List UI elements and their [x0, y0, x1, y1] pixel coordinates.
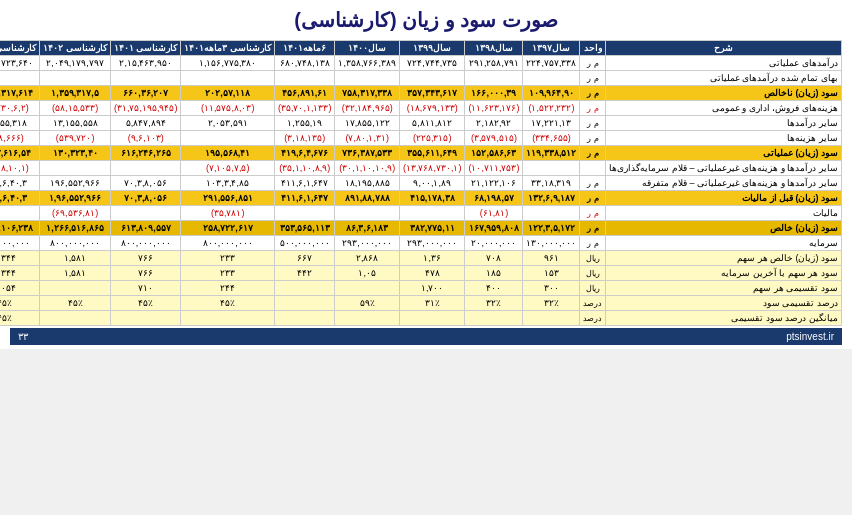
row-value: (۳,۵۷۹,۵۱۵) — [465, 131, 523, 146]
row-value: (۳۳۴,۶۵۵) — [523, 131, 580, 146]
row-unit: م ر — [580, 206, 606, 221]
row-value: (۸۹,۷۳۰,۶,۲) — [0, 101, 40, 116]
row-value: ۲۰۲,۵۷,۱۱۸ — [181, 86, 275, 101]
row-value: ۸۹۱,۸۸,۷۸۸ — [335, 191, 400, 206]
row-unit: درصد — [580, 311, 606, 326]
table-row: سایر هزینه‌هام ر(۳۳۴,۶۵۵)(۳,۵۷۹,۵۱۵)(۲۲۵… — [0, 131, 842, 146]
financial-table: شرح واحد سال۱۳۹۷ سال۱۳۹۸ سال۱۳۹۹ سال۱۴۰۰… — [0, 40, 842, 326]
row-value: ۴۵٪ — [0, 296, 40, 311]
row-value: ۱,۱۵۶,۷۷۵,۳۸۰ — [181, 56, 275, 71]
row-label: سایر درآمدها — [606, 116, 842, 131]
row-value: ۱۰۳,۳,۴,۸۵ — [181, 176, 275, 191]
table-row: هزینه‌های فروش، اداری و عمومیم ر(۱,۵۲۲,۲… — [0, 101, 842, 116]
row-value: ۷۰,۳,۸,۰۵۶ — [110, 191, 181, 206]
table-row: سود (زیان) خالصم ر۱۲۲,۳,۵,۱۷۲۱۶۷,۹۵۹,۸۰۸… — [0, 221, 842, 236]
row-value — [274, 71, 335, 86]
col-header-6m1401: ۶ماهه۱۴۰۱ — [274, 41, 335, 56]
table-row: سرمایهم ر۱۳۰,۰۰۰,۰۰۰۲۰,۰۰۰,۰۰۰۲۹۳,۰۰۰,۰۰… — [0, 236, 842, 251]
row-value: (۳۰,۱,۱۰,۱۰,۹) — [335, 161, 400, 176]
row-value: ۱۱۹,۳۳۸,۵۱۲ — [523, 146, 580, 161]
row-unit: درصد — [580, 296, 606, 311]
row-value: ۱,۳۶ — [399, 251, 465, 266]
row-unit: ریال — [580, 251, 606, 266]
row-unit: م ر — [580, 176, 606, 191]
row-value: (۱۸,۶۷۹,۱۳۳) — [399, 101, 465, 116]
row-value: ۱۳,۱۵۵,۵۵۸ — [40, 116, 111, 131]
row-value — [335, 206, 400, 221]
row-value: ۱۸,۰۵۵,۳۱۸ — [0, 116, 40, 131]
table-row: سود (زیان) عملیاتیم ر۱۱۹,۳۳۸,۵۱۲۱۵۲,۵۸۶,… — [0, 146, 842, 161]
row-value: ۲,۱۸۲,۹۲ — [465, 116, 523, 131]
row-value — [399, 206, 465, 221]
row-value — [0, 71, 40, 86]
row-value: ۲,۱۵۳,۷۲۳,۶۴۰ — [0, 56, 40, 71]
row-value — [274, 296, 335, 311]
row-value: ۱۶۶,۰۰۰,۳۹ — [465, 86, 523, 101]
row-value — [110, 206, 181, 221]
row-value — [0, 206, 40, 221]
row-value: ۸۶,۳,۶,۱۸۳ — [335, 221, 400, 236]
row-label: هزینه‌های فروش، اداری و عمومی — [606, 101, 842, 116]
row-unit: م ر — [580, 116, 606, 131]
row-value: (۹,۶,۱۰۳) — [110, 131, 181, 146]
row-value: ۲۱,۱۲۲,۱۰۶ — [465, 176, 523, 191]
row-value — [399, 71, 465, 86]
row-label: سود هر سهم با آخرین سرمایه — [606, 266, 842, 281]
footer-left: ptsinvest.ir — [786, 331, 834, 342]
row-value: ۱,۹۶۹,۳۱۷,۶۱۴ — [0, 86, 40, 101]
table-row: سایر درآمدهام ر۱۷,۲۲۱,۱۳۲,۱۸۲,۹۲۵,۸۱۱,۸۱… — [0, 116, 842, 131]
row-value — [274, 311, 335, 326]
footer-right: ۳۳ — [18, 331, 28, 342]
row-value: ۴۱۱,۶,۱,۶۴۷ — [274, 176, 335, 191]
col-header-1401k: کارشناسی ۱۴۰۱ — [110, 41, 181, 56]
row-unit: م ر — [580, 236, 606, 251]
row-value: (۳۵,۷۰,۱,۱۳۳) — [274, 101, 335, 116]
row-value: (۳۵,۷۸۱) — [181, 206, 275, 221]
row-value: (۱۱,۶۲۳,۱۷۶) — [465, 101, 523, 116]
row-value — [335, 71, 400, 86]
row-value: ۲,۳۰,۶,۴۰,۳ — [0, 191, 40, 206]
row-value: (۲۲۵,۳۱۵) — [399, 131, 465, 146]
row-value: ۱,۳۵۹,۳۱۷,۵ — [40, 86, 111, 101]
row-value — [40, 71, 111, 86]
row-value: (۵۳۹,۷۲۰) — [40, 131, 111, 146]
row-value: ۳۵۷,۳۴۳,۶۱۷ — [399, 86, 465, 101]
table-row: سود (زیان) قبل از مالیاتم ر۱۳۲,۶,۹,۱۸۷۶۸… — [0, 191, 842, 206]
col-header-1403k: کارشناسی ۱۴۰۳ — [0, 41, 40, 56]
row-label: سود (زیان) ناخالص — [606, 86, 842, 101]
row-value: ۱,۲۶۶,۵۱۶,۸۶۵ — [40, 221, 111, 236]
row-value: (۷,۱۰۵,۷,۵) — [181, 161, 275, 176]
row-value: ۱۲۲,۳,۵,۱۷۲ — [523, 221, 580, 236]
row-value — [274, 206, 335, 221]
table-row: سود (زیان) خالص هر سهمریال۹۶۱۷۰۸۱,۳۶۲,۸۶… — [0, 251, 842, 266]
row-label: مالیات — [606, 206, 842, 221]
row-value: ۷۲۴,۷۴۴,۷۳۵ — [399, 56, 465, 71]
col-header-3m1401k: کارشناسی ۳ماهه۱۴۰۱ — [181, 41, 275, 56]
row-value: ۲۵۸,۷۲۲,۶۱۷ — [181, 221, 275, 236]
row-value: ۷۶۶ — [110, 251, 181, 266]
row-unit: م ر — [580, 191, 606, 206]
row-value: (۶۱,۸۱) — [465, 206, 523, 221]
row-value — [40, 311, 111, 326]
row-value: ۱,۵۸۱ — [40, 251, 111, 266]
row-value: ۲,۰۵۳,۵۹۱ — [181, 116, 275, 131]
col-header-1398: سال۱۳۹۸ — [465, 41, 523, 56]
main-container: صورت سود و زیان (کارشناسی) شرح واحد سال۱… — [0, 0, 852, 349]
row-value — [465, 71, 523, 86]
row-value: ۱۰۹,۹۶۴,۹۰ — [523, 86, 580, 101]
row-value — [110, 161, 181, 176]
row-value: ۷۵۸,۳۱۷,۳۳۸ — [335, 86, 400, 101]
row-value: ۹,۰۰,۱,۸۹ — [399, 176, 465, 191]
table-row: بهای تمام شده درآمدهای عملیاتیم ر — [0, 71, 842, 86]
row-value: ۱۵۳ — [523, 266, 580, 281]
row-value: ۱۷,۲۲۱,۱۳ — [523, 116, 580, 131]
table-row: مالیاتم ر(۶۱,۸۱)(۳۵,۷۸۱)(۶۹,۵۳۶,۸۱) — [0, 206, 842, 221]
row-value: ۲,۳۴۴ — [0, 251, 40, 266]
table-row: درآمدهای عملیاتیم ر۲۲۴,۷۵۷,۳۳۸۲۹۱,۲۵۸,۷۹… — [0, 56, 842, 71]
row-value: ۳۵۳,۵۶۵,۱۱۳ — [274, 221, 335, 236]
row-label: سود (زیان) عملیاتی — [606, 146, 842, 161]
table-row: سود هر سهم با آخرین سرمایهریال۱۵۳۱۸۵۴۷۸۱… — [0, 266, 842, 281]
row-unit: ریال — [580, 281, 606, 296]
row-value: (۷,۸۰,۱,۳۱) — [335, 131, 400, 146]
row-value: ۱۸۵ — [465, 266, 523, 281]
